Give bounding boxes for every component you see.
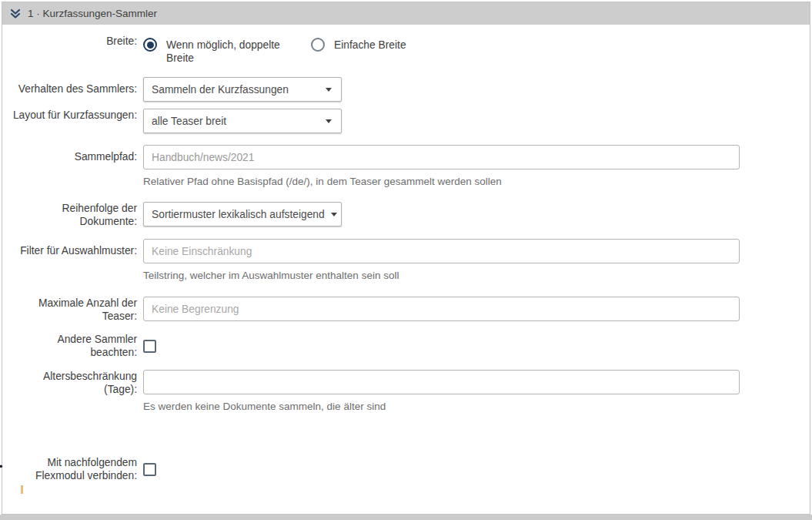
insert-marker — [21, 485, 23, 494]
radio-label[interactable]: Einfache Breite — [334, 37, 406, 52]
radio-label[interactable]: Wenn möglich, doppelte Breite — [166, 37, 291, 65]
module-panel: 1 · Kurzfassungen-Sammler Breite: Wenn m… — [2, 2, 810, 515]
altersbeschraenkung-input[interactable] — [143, 370, 740, 394]
radio-option-doppelte-breite[interactable]: Wenn möglich, doppelte Breite — [143, 37, 291, 65]
field-label-verhalten: Verhalten des Sammlers: — [10, 77, 137, 96]
list-bullet: • — [0, 461, 3, 472]
field-hint-sammelpfad: Relativer Pfad ohne Basispfad (/de/), in… — [143, 176, 740, 188]
filter-input[interactable] — [143, 239, 740, 263]
field-label-flexmodul: Mit nachfolgendem Flexmodul verbinden: — [10, 457, 137, 482]
field-hint-filter: Teilstring, welcher im Auswahlmuster ent… — [143, 270, 740, 282]
field-label-breite: Breite: — [10, 35, 137, 49]
chevron-down-icon — [331, 213, 337, 216]
field-label-sammelpfad: Sammelpfad: — [10, 145, 137, 164]
selected-value: Sammeln der Kurzfassungen — [152, 84, 289, 96]
selected-value: Sortiermuster lexikalisch aufsteigend — [152, 209, 325, 220]
radio-icon[interactable] — [311, 38, 325, 52]
selected-value: alle Teaser breit — [152, 116, 226, 127]
module-form: Breite: Wenn möglich, doppelte Breite Ei… — [2, 25, 810, 514]
radio-option-einfache-breite[interactable]: Einfache Breite — [311, 37, 406, 52]
chevron-down-icon — [326, 88, 332, 92]
module-header[interactable]: 1 · Kurzfassungen-Sammler — [2, 2, 810, 25]
sammelpfad-input[interactable] — [143, 145, 740, 169]
field-label-altersbeschraenkung: Altersbeschränkung (Tage): — [10, 370, 137, 396]
verhalten-select[interactable]: Sammeln der Kurzfassungen — [143, 77, 342, 102]
field-label-andere-sammler: Andere Sammler beachten: — [10, 334, 137, 359]
module-title: 1 · Kurzfassungen-Sammler — [28, 8, 157, 19]
andere-sammler-checkbox[interactable] — [143, 340, 156, 353]
chevron-down-icon — [326, 119, 332, 123]
bottom-strip — [0, 515, 812, 520]
radio-icon[interactable] — [143, 38, 157, 52]
field-label-reihenfolge: Reihenfolge der Dokumente: — [10, 202, 137, 228]
flexmodul-checkbox[interactable] — [143, 463, 156, 476]
field-hint-altersbeschraenkung: Es werden keine Dokumente sammeln, die ä… — [143, 401, 740, 413]
breite-radio-group: Wenn möglich, doppelte Breite Einfache B… — [143, 35, 406, 65]
max-teaser-input[interactable] — [143, 297, 740, 321]
reihenfolge-select[interactable]: Sortiermuster lexikalisch aufsteigend — [143, 202, 342, 226]
collapse-double-chevron-icon[interactable] — [10, 8, 21, 19]
layout-select[interactable]: alle Teaser breit — [143, 109, 342, 133]
field-label-max-teaser: Maximale Anzahl der Teaser: — [10, 297, 137, 323]
field-label-filter: Filter für Auswahlmuster: — [10, 239, 137, 258]
field-label-layout: Layout für Kurzfassungen: — [10, 109, 137, 122]
